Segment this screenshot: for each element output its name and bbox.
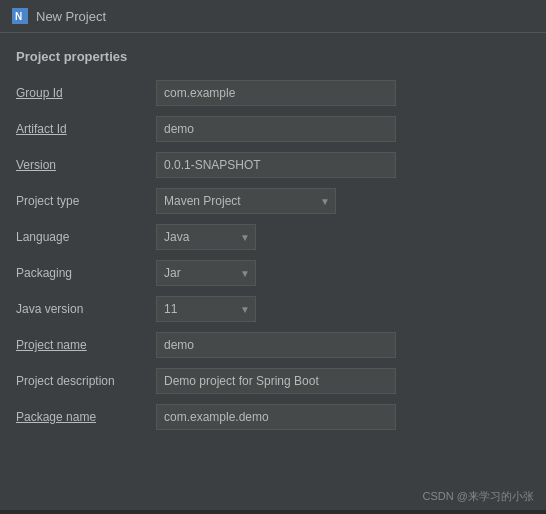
- packaging-select[interactable]: Jar War: [156, 260, 256, 286]
- packaging-dropdown-wrapper: Jar War ▼: [156, 260, 256, 286]
- section-title: Project properties: [16, 49, 530, 64]
- project-type-label: Project type: [16, 194, 156, 208]
- project-description-input[interactable]: [156, 368, 396, 394]
- language-row: Language Java Kotlin Groovy ▼ 开发语言: [16, 224, 530, 250]
- artifact-id-row: Artifact Id 项目id: [16, 116, 530, 142]
- group-id-row: Group Id 组织id: [16, 80, 530, 106]
- language-dropdown-wrapper: Java Kotlin Groovy ▼: [156, 224, 256, 250]
- packaging-label: Packaging: [16, 266, 156, 280]
- group-id-input[interactable]: [156, 80, 396, 106]
- project-name-label: Project name: [16, 338, 156, 352]
- title-bar-icon: N: [12, 8, 28, 24]
- group-id-label: Group Id: [16, 86, 156, 100]
- java-version-select[interactable]: 8 11 17: [156, 296, 256, 322]
- project-type-dropdown-wrapper: Maven Project Gradle Project ▼: [156, 188, 336, 214]
- java-version-row: Java version 8 11 17 ▼ Java 版本(推荐使用 Java…: [16, 296, 530, 322]
- java-version-dropdown-wrapper: 8 11 17 ▼: [156, 296, 256, 322]
- language-label: Language: [16, 230, 156, 244]
- watermark: CSDN @来学习的小张: [423, 489, 534, 504]
- version-row: Version 项目版本: [16, 152, 530, 178]
- project-type-select[interactable]: Maven Project Gradle Project: [156, 188, 336, 214]
- language-select[interactable]: Java Kotlin Groovy: [156, 224, 256, 250]
- package-name-row: Package name 项目包名: [16, 404, 530, 430]
- artifact-id-label: Artifact Id: [16, 122, 156, 136]
- package-name-label: Package name: [16, 410, 156, 424]
- project-description-label: Project description: [16, 374, 156, 388]
- project-type-row: Project type Maven Project Gradle Projec…: [16, 188, 530, 214]
- title-bar: N New Project: [0, 0, 546, 33]
- package-name-input[interactable]: [156, 404, 396, 430]
- project-name-input[interactable]: [156, 332, 396, 358]
- artifact-id-input[interactable]: [156, 116, 396, 142]
- java-version-label: Java version: [16, 302, 156, 316]
- packaging-row: Packaging Jar War ▼ 打包类型: [16, 260, 530, 286]
- svg-text:N: N: [15, 11, 22, 22]
- content-area: Project properties Group Id 组织id Artifac…: [0, 33, 546, 510]
- project-name-row: Project name 项目名称: [16, 332, 530, 358]
- title-bar-text: New Project: [36, 9, 106, 24]
- version-input[interactable]: [156, 152, 396, 178]
- version-label: Version: [16, 158, 156, 172]
- project-description-row: Project description 项目描述: [16, 368, 530, 394]
